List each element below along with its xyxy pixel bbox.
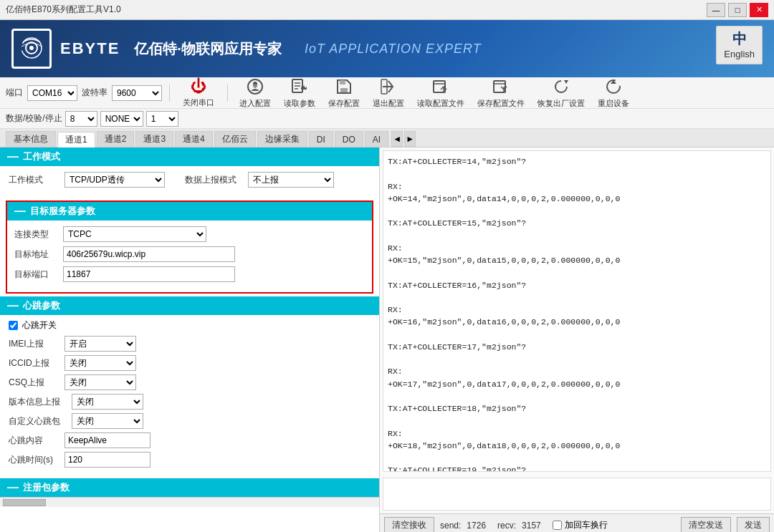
log-line-0: TX:AT+COLLECTER=14,"m2json"? — [388, 155, 766, 168]
newline-checkbox-row: 加回车换行 — [553, 519, 608, 531]
data-bits-select[interactable]: 8 — [65, 111, 97, 127]
custom-hb-select[interactable]: 关闭 — [72, 413, 143, 429]
enter-config-button[interactable]: 进入配置 — [235, 75, 275, 110]
csq-row: CSQ上报 关闭 — [9, 374, 371, 390]
report-mode-select[interactable]: 不上报 — [248, 172, 334, 188]
stop-bits-select[interactable]: 1 — [146, 111, 178, 127]
log-line-9 — [388, 266, 766, 279]
register-section-header: — 注册包参数 — [0, 478, 379, 497]
read-params-button[interactable]: 读取参数 — [280, 75, 320, 110]
iccid-select[interactable]: 关闭 — [64, 355, 136, 371]
heartbeat-switch-label: 心跳开关 — [22, 319, 57, 332]
tab-channel1[interactable]: 通道1 — [57, 132, 95, 147]
tab-ebyte-cloud[interactable]: 亿佰云 — [214, 131, 256, 147]
main-content: — 工作模式 工作模式 TCP/UDP透传 数据上报模式 不上报 — 目标服务器… — [0, 147, 774, 532]
restore-defaults-label: 恢复出厂设置 — [538, 98, 585, 109]
version-select[interactable]: 关闭 — [72, 394, 143, 410]
target-addr-label: 目标地址 — [14, 248, 57, 261]
version-row: 版本信息上报 关闭 — [9, 394, 371, 410]
maximize-button[interactable]: □ — [728, 3, 747, 17]
tab-channel4[interactable]: 通道4 — [175, 131, 213, 147]
data-parity-stop-label: 数据/校验/停止 — [6, 112, 62, 125]
send-input-area[interactable] — [383, 478, 771, 511]
close-button[interactable]: ✕ — [750, 3, 768, 17]
target-port-input[interactable] — [63, 266, 235, 282]
port-select[interactable]: COM16 — [27, 85, 77, 101]
read-params-label: 读取参数 — [284, 98, 315, 109]
work-mode-title: 工作模式 — [23, 150, 60, 163]
close-port-button[interactable]: ⏻ 关闭串口 — [177, 76, 220, 110]
logo-area: EBYTE 亿佰特·物联网应用专家 IoT APPLICATION EXPERT — [11, 29, 482, 69]
target-server-title: 目标服务器参数 — [30, 205, 95, 218]
tab-arrow-right-button[interactable]: ► — [404, 131, 416, 147]
toolbar-row2: 数据/校验/停止 8 NONE 1 — [0, 109, 774, 129]
heartbeat-title: 心跳参数 — [23, 299, 60, 312]
language-switcher[interactable]: 中 English — [716, 26, 763, 64]
work-mode-select[interactable]: TCP/UDP透传 — [64, 172, 165, 188]
target-server-header: — 目标服务器参数 — [7, 202, 372, 221]
heartbeat-collapse-icon[interactable]: — — [7, 299, 19, 312]
logo-icon — [11, 29, 52, 69]
tab-do[interactable]: DO — [335, 131, 363, 147]
heartbeat-switch-checkbox[interactable] — [9, 321, 18, 330]
enter-config-icon — [245, 77, 265, 97]
target-addr-input[interactable] — [63, 246, 235, 262]
target-server-collapse-icon[interactable]: — — [14, 205, 26, 218]
left-panel-hscroll[interactable] — [0, 497, 379, 507]
baud-select[interactable]: 9600 — [112, 85, 162, 101]
restart-button[interactable]: 重启设备 — [593, 75, 634, 110]
svg-marker-18 — [564, 80, 568, 84]
tab-channel2[interactable]: 通道2 — [97, 131, 135, 147]
tab-ai[interactable]: AI — [365, 131, 388, 147]
logo-waves-icon — [16, 32, 47, 66]
port-label: 端口 — [6, 87, 23, 99]
log-line-8: +OK=15,"m2json",0,data15,0,0,0,2,0.00000… — [388, 254, 766, 266]
left-panel: — 工作模式 工作模式 TCP/UDP透传 数据上报模式 不上报 — 目标服务器… — [0, 147, 380, 532]
hb-content-input[interactable] — [64, 432, 150, 448]
tab-edge-collect[interactable]: 边缘采集 — [257, 131, 307, 147]
register-title: 注册包参数 — [23, 481, 70, 494]
register-collapse-icon[interactable]: — — [7, 481, 19, 494]
log-line-16 — [388, 353, 766, 365]
log-line-24 — [388, 452, 766, 464]
baud-label: 波特率 — [82, 87, 108, 99]
tagline: 亿佰特·物联网应用专家 — [134, 39, 282, 59]
hb-interval-label: 心跳时间(s) — [9, 454, 59, 466]
read-config-file-button[interactable]: 读取配置文件 — [413, 75, 469, 110]
exit-config-button[interactable]: 退出配置 — [368, 75, 408, 110]
tab-basic-info[interactable]: 基本信息 — [6, 131, 56, 147]
lang-en-label: English — [724, 49, 755, 59]
log-line-13: +OK=16,"m2json",0,data16,0,0,0,2,0.00000… — [388, 316, 766, 328]
read-params-icon — [290, 77, 310, 97]
svg-point-2 — [29, 46, 34, 50]
send-button[interactable]: 发送 — [737, 517, 770, 533]
header: EBYTE 亿佰特·物联网应用专家 IoT APPLICATION EXPERT… — [0, 20, 774, 77]
minimize-button[interactable]: — — [707, 3, 725, 17]
work-mode-collapse-icon[interactable]: — — [7, 150, 19, 163]
work-mode-label: 工作模式 — [9, 174, 59, 186]
save-config-button[interactable]: 保存配置 — [324, 75, 364, 110]
tab-arrow-button[interactable]: ◄ — [391, 131, 403, 147]
parity-select[interactable]: NONE — [100, 111, 143, 127]
conn-type-select[interactable]: TCPC — [63, 226, 206, 242]
ebyte-text: EBYTE — [60, 39, 120, 58]
log-line-15: TX:AT+COLLECTER=17,"m2json"? — [388, 341, 766, 353]
log-line-20: TX:AT+COLLECTER=18,"m2json"? — [388, 402, 766, 415]
tab-channel3[interactable]: 通道3 — [135, 131, 173, 147]
tab-di[interactable]: DI — [309, 131, 333, 147]
target-port-label: 目标端口 — [14, 269, 57, 281]
target-addr-row: 目标地址 — [14, 246, 365, 262]
imei-select[interactable]: 开启 — [64, 336, 136, 352]
log-line-14 — [388, 329, 766, 341]
restore-defaults-button[interactable]: 恢复出厂设置 — [533, 75, 589, 110]
save-config-file-button[interactable]: 保存配置文件 — [473, 75, 529, 110]
csq-select[interactable]: 关闭 — [64, 374, 136, 390]
heartbeat-body: 心跳开关 IMEI上报 开启 ICCID上报 关闭 CSQ上报 关闭 — [0, 315, 379, 475]
iot-text: IoT APPLICATION EXPERT — [305, 42, 482, 57]
clear-send-button[interactable]: 清空发送 — [681, 517, 731, 533]
log-line-22: RX: — [388, 427, 766, 440]
hb-interval-input[interactable] — [64, 452, 150, 468]
newline-checkbox[interactable] — [553, 521, 562, 530]
work-mode-row: 工作模式 TCP/UDP透传 数据上报模式 不上报 — [9, 172, 371, 188]
clear-recv-button[interactable]: 清空接收 — [384, 517, 434, 533]
